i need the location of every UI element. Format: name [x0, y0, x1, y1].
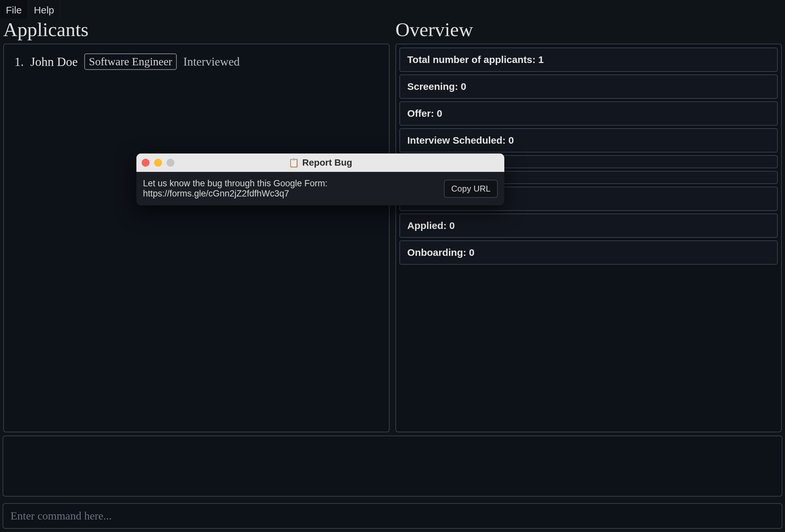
modal-title-text: Report Bug: [302, 157, 352, 168]
modal-title: 📋 Report Bug: [136, 157, 504, 168]
applicant-role-badge: Software Engineer: [84, 53, 177, 70]
applicants-panel: Applicants 1. John Doe Software Engineer…: [3, 18, 389, 432]
command-input[interactable]: [3, 503, 782, 529]
applicant-row[interactable]: 1. John Doe Software Engineer Interviewe…: [7, 48, 386, 76]
copy-url-button[interactable]: Copy URL: [444, 180, 498, 198]
modal-body: Let us know the bug through this Google …: [136, 172, 504, 205]
main-content: Applicants 1. John Doe Software Engineer…: [0, 18, 785, 436]
menubar: File Help: [0, 0, 785, 18]
applicants-title: Applicants: [3, 18, 389, 41]
bottom-section: [0, 436, 785, 532]
applicant-number: 1.: [15, 54, 24, 69]
overview-offer: Offer: 0: [399, 101, 778, 126]
menu-help[interactable]: Help: [28, 0, 60, 18]
menu-file[interactable]: File: [0, 0, 28, 18]
modal-titlebar: 📋 Report Bug: [136, 153, 504, 172]
modal-body-text: Let us know the bug through this Google …: [143, 178, 437, 199]
applicant-name: John Doe: [30, 54, 78, 69]
overview-total: Total number of applicants: 1: [399, 48, 778, 72]
applicants-box: 1. John Doe Software Engineer Interviewe…: [3, 44, 389, 432]
overview-box: Total number of applicants: 1 Screening:…: [396, 44, 782, 432]
overview-interview-scheduled: Interview Scheduled: 0: [399, 128, 778, 153]
overview-onboarding: Onboarding: 0: [399, 240, 778, 265]
output-box: [3, 436, 782, 497]
clipboard-icon: 📋: [288, 158, 299, 168]
overview-title: Overview: [396, 18, 782, 41]
overview-applied: Applied: 0: [399, 213, 778, 238]
overview-panel: Overview Total number of applicants: 1 S…: [396, 18, 782, 432]
overview-screening: Screening: 0: [399, 74, 778, 99]
report-bug-modal: 📋 Report Bug Let us know the bug through…: [136, 153, 504, 205]
applicant-status: Interviewed: [183, 55, 240, 69]
